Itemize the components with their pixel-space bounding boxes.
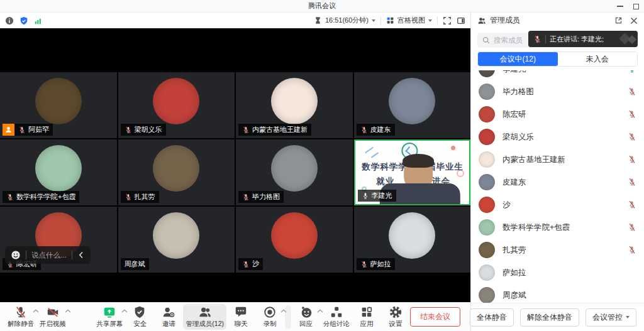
record-button[interactable]: 录制: [255, 304, 284, 330]
record-icon: [263, 305, 277, 319]
video-tile[interactable]: 萨如拉: [354, 207, 471, 273]
divider: [380, 16, 381, 24]
mic-muted-icon[interactable]: [628, 200, 636, 209]
video-tile[interactable]: 扎其劳: [118, 139, 235, 205]
member-row[interactable]: 数学科学学院+包霞: [479, 216, 636, 239]
mic-muted-icon[interactable]: [628, 155, 636, 164]
search-placeholder: 搜索成员: [494, 36, 523, 45]
participant-name-tag: 毕力格图: [238, 191, 284, 203]
unmute-all-button[interactable]: 解除全体静音: [520, 308, 579, 327]
participant-name: 萨如拉: [370, 259, 391, 269]
doodle: [451, 146, 455, 150]
video-tile[interactable]: 毕力格图: [236, 139, 353, 205]
search-icon: [482, 36, 490, 44]
close-icon[interactable]: [630, 17, 638, 24]
network-signal-icon[interactable]: [34, 16, 43, 25]
member-row[interactable]: 毕力格图: [479, 80, 636, 103]
share-screen-button[interactable]: 共享屏幕: [94, 304, 125, 330]
meeting-timer[interactable]: 16:51(60分钟): [314, 16, 375, 25]
host-badge-icon: [3, 124, 14, 136]
popout-icon[interactable]: [614, 16, 623, 24]
video-tile-active-speaker[interactable]: 数学科学学 届毕业生 就业 进会 李建光: [354, 139, 471, 205]
video-tile[interactable]: 内蒙古基地王建新: [236, 72, 353, 138]
avatar: [479, 70, 495, 77]
member-row[interactable]: 陈宏研: [479, 103, 636, 126]
mic-muted-icon[interactable]: [628, 133, 636, 141]
chevron-up-icon[interactable]: [65, 309, 71, 313]
view-mode-selector[interactable]: 宫格视图: [386, 16, 432, 25]
mic-muted-icon[interactable]: [628, 87, 636, 96]
panel-title: 管理成员: [490, 15, 520, 26]
panel-footer: 全体静音 解除全体静音 会议管控: [471, 303, 644, 331]
video-tile[interactable]: 梁胡义乐: [118, 72, 235, 138]
participant-name: 沙: [252, 259, 259, 269]
reaction-button[interactable]: 回应: [292, 304, 321, 330]
invite-icon: [162, 305, 175, 319]
divider: [545, 35, 546, 43]
mic-muted-icon: [360, 126, 368, 134]
chevron-down-icon: [372, 19, 375, 22]
quick-chat-bar[interactable]: 说点什么...: [5, 246, 91, 264]
mic-muted-icon[interactable]: [628, 110, 636, 119]
video-tile[interactable]: 皮建东: [354, 72, 471, 138]
security-shield-icon[interactable]: [19, 16, 28, 25]
camera-off-icon: [46, 305, 60, 319]
maximize-icon[interactable]: [633, 4, 639, 9]
mute-all-button[interactable]: 全体静音: [470, 308, 514, 327]
mic-muted-icon: [242, 193, 250, 201]
quick-chat-placeholder[interactable]: 说点什么...: [31, 251, 67, 260]
mic-muted-icon[interactable]: [628, 246, 636, 254]
timer-icon: [314, 16, 322, 24]
settings-button[interactable]: 设置: [381, 304, 410, 330]
invite-button[interactable]: 邀请: [154, 304, 183, 330]
tool-label: 分组讨论: [323, 320, 350, 328]
chat-button[interactable]: 聊天: [226, 304, 255, 330]
member-row[interactable]: 皮建东: [479, 171, 636, 193]
mic-muted-icon: [360, 261, 368, 268]
collapse-arrow-icon[interactable]: [77, 251, 85, 259]
video-tile[interactable]: 周彦斌: [118, 207, 235, 273]
member-row[interactable]: 内蒙古基地王建新: [479, 148, 636, 171]
video-tile[interactable]: 沙: [236, 207, 353, 273]
member-row[interactable]: 扎其劳: [479, 239, 636, 261]
manage-members-button[interactable]: 管理成员(12): [183, 304, 226, 330]
meeting-toolbar: 解除静音 开启视频 共享屏幕 安全: [0, 302, 470, 331]
participant-name: 皮建东: [370, 125, 391, 134]
mic-muted-icon[interactable]: [628, 223, 636, 232]
member-name: 毕力格图: [502, 87, 620, 97]
participant-name: 毕力格图: [252, 192, 280, 202]
tab-in-meeting[interactable]: 会议中(12): [478, 52, 558, 66]
member-name: 陈宏研: [502, 109, 620, 120]
chevron-up-icon[interactable]: [280, 309, 287, 313]
video-tile[interactable]: 阿茹罕: [0, 72, 117, 138]
smiley-icon[interactable]: [11, 250, 21, 260]
member-row[interactable]: 沙: [479, 193, 636, 216]
unmute-button[interactable]: 解除静音: [5, 304, 36, 330]
mic-muted-icon[interactable]: [628, 178, 636, 187]
apps-button[interactable]: 应用: [352, 304, 381, 330]
tool-label: 安全: [133, 320, 147, 328]
reaction-icon: [299, 305, 313, 319]
security-button[interactable]: 安全: [125, 304, 154, 330]
meeting-control-button[interactable]: 会议管控: [586, 308, 636, 327]
member-row[interactable]: 周彦斌: [479, 284, 636, 303]
end-meeting-button[interactable]: 结束会议: [410, 307, 460, 327]
member-row[interactable]: 萨如拉: [479, 261, 636, 284]
video-tile[interactable]: 数学科学学院+包霞: [0, 139, 117, 205]
layout-icon[interactable]: [457, 16, 465, 25]
fullscreen-icon[interactable]: [443, 16, 452, 25]
start-video-button[interactable]: 开启视频: [36, 304, 68, 330]
minimize-icon[interactable]: [617, 6, 623, 7]
mic-speaking-icon[interactable]: [628, 70, 636, 73]
manage-members-panel: 管理成员 搜索成员 正在讲话: 李建光; 会议中(12) 未入: [470, 13, 644, 331]
video-grid: 阿茹罕 梁胡义乐 内蒙古基地王建新: [0, 72, 470, 273]
participant-name-tag: 李建光: [358, 190, 396, 202]
doodle: [370, 152, 379, 158]
member-row[interactable]: 梁胡义乐: [479, 126, 636, 148]
info-icon[interactable]: [5, 16, 14, 25]
tencent-meeting-window: 腾讯会议 16:51(60分钟): [0, 0, 644, 331]
breakout-rooms-button[interactable]: 分组讨论: [321, 304, 352, 330]
member-row[interactable]: 李建光: [479, 70, 636, 80]
banner-text: 数学科学学: [362, 161, 408, 173]
tab-not-joined[interactable]: 未入会: [558, 52, 638, 66]
